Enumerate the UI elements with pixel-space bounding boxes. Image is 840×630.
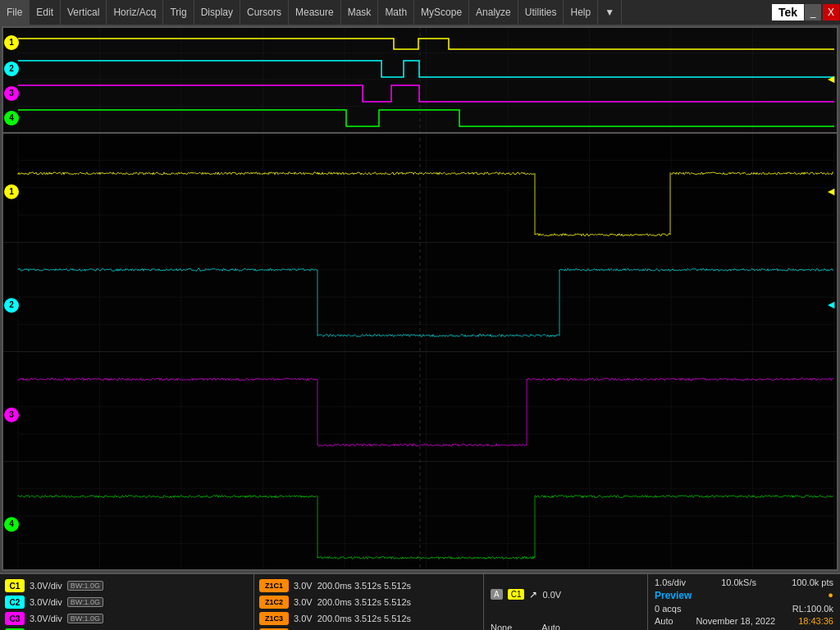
rl-label: RL:100.0k [792,604,833,614]
acq-date: November 18, 2022 [696,616,776,626]
acq-count: 0 acqs [655,604,681,614]
trig-channel-badge: C1 [508,589,525,600]
ch3-volts: 3.0V/div [30,614,62,623]
preview-label: Preview [655,590,692,601]
ch3-times: 200.0ms 3.512s 5.512s [317,614,411,623]
ch1-status-row: C1 3.0V/div BW:1.0G [5,578,249,594]
ch2-times: 200.0ms 3.512s 5.512s [317,597,411,607]
menu-display[interactable]: Display [194,0,240,25]
preview-row: Preview ● [655,590,833,601]
trig-coupling-val: None [491,623,512,631]
minimize-button[interactable]: _ [805,4,821,21]
trig-mode-label: A [491,589,503,600]
ch2-bw: BW:1.0G [67,597,103,607]
ch3-trig-level: 3.0V [294,614,313,623]
ch1-volts: 3.0V/div [30,581,62,591]
sample-rate: 10.0kS/s [721,578,756,587]
menu-vertical[interactable]: Vertical [61,0,107,25]
ch1-badge[interactable]: C1 [5,579,25,592]
menu-utilities[interactable]: Utilities [518,0,564,25]
trigger-section: A C1 ↗ 0.0V None Auto [484,574,648,630]
menu-math[interactable]: Math [378,0,414,25]
menu-measure[interactable]: Measure [289,0,341,25]
trig-coupling-row: None Auto [491,623,641,631]
record-length: 100.0k pts [792,578,833,587]
ch3-bw: BW:1.0G [67,614,103,623]
trig-level-val: 0.0V [542,590,561,600]
close-button[interactable]: X [823,4,839,21]
ch1-trig-row: Z1C1 3.0V 200.0ms 3.512s 5.512s [259,578,478,594]
trig-mode-row: A C1 ↗ 0.0V [491,589,641,600]
menu-horiz-acq[interactable]: Horiz/Acq [107,0,163,25]
scope-area [0,25,840,573]
ch3-trig-row: Z1C3 3.0V 200.0ms 3.512s 5.512s [259,610,478,627]
ch1-trig-level: 3.0V [294,581,313,591]
titlebar: File Edit Vertical Horiz/Acq Trig Displa… [0,0,840,25]
ch2-badge[interactable]: C2 [5,596,25,609]
menu-edit[interactable]: Edit [30,0,61,25]
trig-source-val: Auto [541,623,560,631]
trig-slope-icon: ↗ [529,589,537,600]
acq-rates-row: 1.0s/div 10.0kS/s 100.0k pts [655,578,833,587]
ch1-times: 200.0ms 3.512s 5.512s [317,581,411,591]
acq-count-row: 0 acqs RL:100.0k [655,604,833,614]
ch1-bw: BW:1.0G [67,581,103,591]
ch2-volts: 3.0V/div [30,597,62,607]
ch1-trig-badge: Z1C1 [259,579,289,592]
ch2-status-row: C2 3.0V/div BW:1.0G [5,594,249,610]
ch3-trig-badge: Z1C3 [259,612,289,625]
tek-logo: Tek [772,4,804,21]
acq-time: 18:43:36 [798,616,833,626]
menu-help[interactable]: Help [564,0,598,25]
ch4-status-row: C4 3.0V/div BW:1.0G [5,627,249,630]
time-per-div: 1.0s/div [655,578,686,587]
menu-trig[interactable]: Trig [163,0,194,25]
mode-date-row: Auto November 18, 2022 18:43:36 [655,616,833,626]
ch3-status-row: C3 3.0V/div BW:1.0G [5,610,249,627]
ch2-trig-badge: Z1C2 [259,596,289,609]
statusbar: C1 3.0V/div BW:1.0G C2 3.0V/div BW:1.0G … [0,573,840,630]
titlebar-right: Tek _ X [772,4,840,21]
menu-dropdown[interactable]: ▼ [598,0,622,25]
preview-indicator: ● [828,590,833,601]
acq-mode: Auto [655,616,673,626]
channel-status: C1 3.0V/div BW:1.0G C2 3.0V/div BW:1.0G … [0,574,254,630]
ch2-trig-row: Z1C2 3.0V 200.0ms 3.512s 5.512s [259,594,478,610]
menu-file[interactable]: File [0,0,30,25]
ch2-trig-level: 3.0V [294,597,313,607]
trigger-time-status: Z1C1 3.0V 200.0ms 3.512s 5.512s Z1C2 3.0… [254,574,484,630]
ch4-trig-row: Z1C4 3.0V 200.0ms 3.512s 5.512s [259,627,478,630]
menu-myscope[interactable]: MyScope [414,0,469,25]
menubar: File Edit Vertical Horiz/Acq Trig Displa… [0,0,622,25]
menu-analyze[interactable]: Analyze [469,0,518,25]
ch3-badge[interactable]: C3 [5,612,25,625]
menu-mask[interactable]: Mask [341,0,379,25]
acq-section: 1.0s/div 10.0kS/s 100.0k pts Preview ● 0… [648,574,840,630]
menu-cursors[interactable]: Cursors [240,0,289,25]
